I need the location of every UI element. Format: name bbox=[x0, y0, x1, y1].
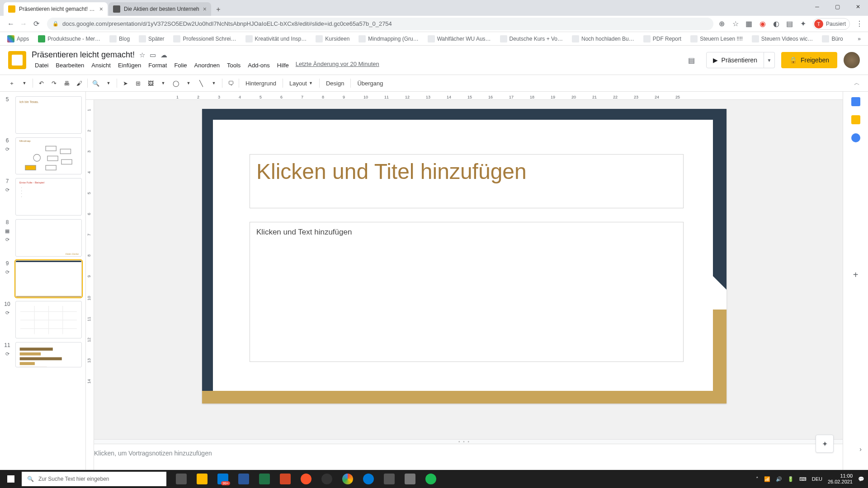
slide-thumb[interactable]: 10⟳ bbox=[0, 299, 85, 340]
back-button[interactable]: ← bbox=[5, 18, 17, 30]
extension-icon[interactable]: ◐ bbox=[772, 20, 780, 28]
bookmark[interactable]: Professionell Schrei… bbox=[170, 33, 239, 44]
slide-thumb[interactable]: 11⟳ bbox=[0, 340, 85, 369]
slide-thumb[interactable]: 5 Ich bin Texas. bbox=[0, 94, 85, 136]
windows-search[interactable]: 🔍 Zur Suche Text hier eingeben bbox=[22, 472, 166, 486]
animation-icon[interactable]: ⟳ bbox=[5, 187, 9, 193]
print-button[interactable]: 🖶 bbox=[60, 77, 73, 89]
thumbnail[interactable]: Erste Folie - Beispiel• • • • bbox=[15, 178, 82, 216]
user-avatar[interactable] bbox=[844, 52, 860, 68]
collapse-toolbar[interactable]: ︿ bbox=[851, 79, 863, 87]
menu-icon[interactable]: ⋮ bbox=[855, 20, 863, 28]
bookmarks-overflow[interactable]: » bbox=[855, 36, 863, 42]
app-icon[interactable] bbox=[400, 470, 420, 488]
chrome-icon[interactable] bbox=[337, 470, 358, 488]
apps-button[interactable]: Apps bbox=[5, 33, 32, 44]
undo-button[interactable]: ↶ bbox=[35, 77, 47, 89]
menu-format[interactable]: Format bbox=[145, 61, 170, 70]
menu-file[interactable]: Datei bbox=[32, 61, 52, 70]
word-icon[interactable] bbox=[233, 470, 254, 488]
bookmark[interactable]: Mindmapping (Gru… bbox=[356, 33, 421, 44]
slide-thumb[interactable]: 6⟳ Mindmap bbox=[0, 136, 85, 177]
spotify-icon[interactable] bbox=[420, 470, 441, 488]
notes-resize-handle[interactable]: • • • bbox=[86, 439, 843, 444]
menu-help[interactable]: Hilfe bbox=[274, 61, 292, 70]
body-placeholder[interactable]: Klicken und Text hinzufügen bbox=[250, 222, 684, 362]
menu-view[interactable]: Ansicht bbox=[88, 61, 114, 70]
bookmark[interactable]: Büro bbox=[819, 33, 845, 44]
menu-slide[interactable]: Folie bbox=[171, 61, 190, 70]
bookmark[interactable]: Produktsuche - Mer… bbox=[35, 33, 103, 44]
star-icon[interactable]: ☆ bbox=[731, 20, 740, 28]
brave-icon[interactable] bbox=[296, 470, 316, 488]
network-icon[interactable]: 📶 bbox=[764, 476, 770, 482]
new-slide-button[interactable]: + bbox=[5, 77, 18, 89]
move-icon[interactable]: ▭ bbox=[150, 51, 156, 59]
extensions-icon[interactable]: ✦ bbox=[799, 20, 807, 28]
bookmark[interactable]: PDF Report bbox=[641, 33, 684, 44]
hide-side-panel[interactable]: › bbox=[859, 446, 862, 453]
present-button[interactable]: ▶ Präsentieren bbox=[706, 52, 764, 68]
keyboard-icon[interactable]: ⌨ bbox=[799, 476, 807, 482]
window-close[interactable]: ✕ bbox=[848, 0, 868, 14]
new-tab-button[interactable]: + bbox=[212, 3, 225, 16]
reload-button[interactable]: ⟳ bbox=[30, 18, 42, 30]
design-button[interactable]: Design bbox=[321, 77, 349, 89]
tray-expand[interactable]: ˄ bbox=[756, 476, 759, 482]
bookmark[interactable]: Kreativität und Insp… bbox=[243, 33, 310, 44]
animation-icon[interactable]: ⟳ bbox=[5, 269, 9, 275]
cloud-icon[interactable]: ☁ bbox=[160, 51, 167, 59]
close-icon[interactable]: × bbox=[203, 5, 207, 13]
image-dropdown[interactable]: ▼ bbox=[157, 77, 170, 89]
animation-icon[interactable]: ⟳ bbox=[5, 310, 9, 316]
clock[interactable]: 11:00 26.02.2021 bbox=[828, 473, 853, 485]
zoom-dropdown[interactable]: ▼ bbox=[102, 77, 115, 89]
menu-insert[interactable]: Einfügen bbox=[115, 61, 144, 70]
bookmark[interactable]: Kursideen bbox=[313, 33, 352, 44]
slide-thumb[interactable]: 9⟳ bbox=[0, 258, 85, 300]
menu-addons[interactable]: Add-ons bbox=[245, 61, 273, 70]
bookmark[interactable]: Steuern Lesen !!!! bbox=[688, 33, 745, 44]
window-maximize[interactable]: ▢ bbox=[827, 0, 848, 14]
thumbnail-selected[interactable] bbox=[15, 260, 82, 298]
shape-dropdown[interactable]: ▼ bbox=[182, 77, 195, 89]
background-button[interactable]: Hintergrund bbox=[241, 77, 281, 89]
line-tool[interactable]: ╲ bbox=[195, 77, 208, 89]
qr-icon[interactable]: ▦ bbox=[745, 20, 753, 28]
zoom-icon[interactable]: ⊕ bbox=[718, 20, 726, 28]
close-icon[interactable]: × bbox=[99, 5, 103, 13]
thumbnail[interactable]: Ich bin Texas. bbox=[15, 96, 82, 134]
slide-canvas[interactable]: Klicken und Titel hinzufügen Klicken und… bbox=[202, 109, 726, 404]
browser-tab-active[interactable]: Präsentieren leicht gemacht! - G × bbox=[4, 2, 108, 16]
task-view-button[interactable] bbox=[171, 470, 192, 488]
bookmark[interactable]: Noch hochladen Bu… bbox=[569, 33, 637, 44]
bookmark[interactable]: Später bbox=[136, 33, 167, 44]
transition-button[interactable]: Übergang bbox=[353, 77, 387, 89]
tasks-icon[interactable] bbox=[851, 133, 860, 142]
edge-icon[interactable] bbox=[358, 470, 379, 488]
slide-thumb[interactable]: 7⟳ Erste Folie - Beispiel• • • • bbox=[0, 176, 85, 217]
browser-tab[interactable]: Die Aktien der besten Unterneh × bbox=[108, 2, 211, 16]
animation-icon[interactable]: ⟳ bbox=[5, 351, 9, 357]
comments-button[interactable]: ▤ bbox=[684, 52, 700, 68]
bookmark[interactable]: Deutsche Kurs + Vo… bbox=[497, 33, 566, 44]
forward-button[interactable]: → bbox=[17, 18, 30, 30]
title-placeholder[interactable]: Klicken und Titel hinzufügen bbox=[250, 154, 684, 208]
last-edit-link[interactable]: Letzte Änderung vor 20 Minuten bbox=[296, 61, 379, 70]
present-dropdown[interactable]: ▼ bbox=[764, 52, 775, 68]
redo-button[interactable]: ↷ bbox=[47, 77, 60, 89]
bookmark[interactable]: Blog bbox=[107, 33, 132, 44]
volume-icon[interactable]: 🔊 bbox=[776, 476, 782, 482]
battery-icon[interactable]: 🔋 bbox=[788, 476, 794, 482]
app-icon[interactable] bbox=[379, 470, 400, 488]
obs-icon[interactable] bbox=[316, 470, 337, 488]
bookmark[interactable]: Wahlfächer WU Aus… bbox=[425, 33, 494, 44]
slide-filmstrip[interactable]: 5 Ich bin Texas. 6⟳ Mindmap 7⟳ Erste Fol… bbox=[0, 92, 86, 470]
keep-icon[interactable] bbox=[851, 115, 860, 124]
thumbnail[interactable]: Mindmap bbox=[15, 137, 82, 175]
excel-icon[interactable] bbox=[254, 470, 275, 488]
speaker-notes[interactable]: Klicken, um Vortragsnotizen hinzuzufügen bbox=[86, 444, 843, 470]
paint-format-button[interactable]: 🖌 bbox=[73, 77, 85, 89]
language-indicator[interactable]: DEU bbox=[812, 476, 822, 482]
select-tool[interactable]: ➤ bbox=[119, 77, 132, 89]
